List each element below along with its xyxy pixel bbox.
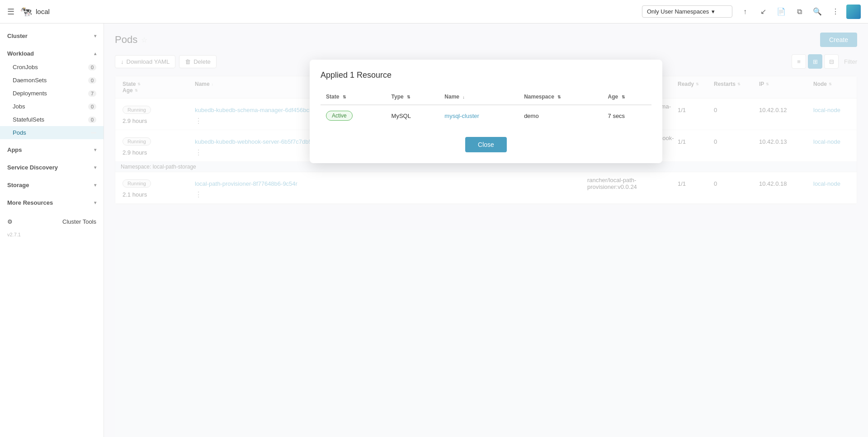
modal-col-type[interactable]: Type ⇅ bbox=[386, 89, 439, 105]
modal-row-state: Active bbox=[321, 105, 386, 126]
service-discovery-section: Service Discovery ▾ bbox=[0, 159, 104, 176]
upload-icon[interactable]: ↑ bbox=[738, 5, 752, 19]
modal-overlay: Applied 1 Resource State ⇅ Type ⇅ Name ↓… bbox=[104, 23, 868, 437]
more-resources-section: More Resources ▾ bbox=[0, 194, 104, 211]
apps-header[interactable]: Apps ▾ bbox=[0, 143, 104, 157]
modal-col-namespace[interactable]: Namespace ⇅ bbox=[519, 89, 602, 105]
service-discovery-header[interactable]: Service Discovery ▾ bbox=[0, 160, 104, 174]
more-resources-header[interactable]: More Resources ▾ bbox=[0, 196, 104, 210]
jobs-label: Jobs bbox=[13, 103, 25, 110]
app-name: local bbox=[36, 8, 50, 15]
modal-row-name: mysql-cluster bbox=[439, 105, 519, 126]
sidebar-item-cronjobs[interactable]: CronJobs 0 bbox=[0, 61, 104, 74]
modal-table: State ⇅ Type ⇅ Name ↓ Namespace ⇅ Age ⇅ … bbox=[321, 89, 651, 126]
more-resources-label: More Resources bbox=[7, 199, 53, 206]
workload-label: Workload bbox=[7, 50, 34, 57]
daemonsets-count: 0 bbox=[88, 77, 96, 84]
deployments-label: Deployments bbox=[13, 90, 47, 97]
modal-table-row: Active MySQL mysql-cluster demo 7 secs bbox=[321, 105, 651, 126]
deployments-count: 7 bbox=[88, 90, 96, 97]
close-button[interactable]: Close bbox=[465, 137, 507, 152]
namespace-selector[interactable]: Only User Namespaces ▾ bbox=[642, 5, 732, 18]
modal-row-namespace: demo bbox=[519, 105, 602, 126]
apps-chevron: ▾ bbox=[94, 147, 96, 152]
jobs-count: 0 bbox=[88, 103, 96, 110]
cluster-section: Cluster ▾ bbox=[0, 27, 104, 45]
workload-section: Workload ▴ CronJobs 0 DaemonSets 0 Deplo… bbox=[0, 45, 104, 141]
statefulsets-count: 0 bbox=[88, 117, 96, 123]
modal-row-type: MySQL bbox=[386, 105, 439, 126]
sidebar-item-deployments[interactable]: Deployments 7 bbox=[0, 87, 104, 100]
active-status-badge: Active bbox=[326, 111, 353, 121]
cluster-label: Cluster bbox=[7, 33, 28, 39]
applied-resources-modal: Applied 1 Resource State ⇅ Type ⇅ Name ↓… bbox=[310, 60, 662, 163]
search-icon[interactable]: 🔍 bbox=[810, 5, 825, 19]
cluster-header[interactable]: Cluster ▾ bbox=[0, 29, 104, 43]
resource-name-link[interactable]: mysql-cluster bbox=[444, 113, 479, 119]
cronjobs-count: 0 bbox=[88, 64, 96, 70]
main-area: Cluster ▾ Workload ▴ CronJobs 0 DaemonSe… bbox=[0, 23, 868, 437]
top-bar: ☰ 🐄 local Only User Namespaces ▾ ↑ ↙ 📄 ⧉… bbox=[0, 0, 868, 23]
apps-section: Apps ▾ bbox=[0, 141, 104, 159]
more-options-icon[interactable]: ⋮ bbox=[828, 5, 843, 19]
modal-col-name[interactable]: Name ↓ bbox=[439, 89, 519, 105]
sidebar-item-cluster-tools[interactable]: ⚙ Cluster Tools bbox=[0, 215, 104, 228]
logo-icon: 🐄 bbox=[20, 6, 32, 18]
sidebar-item-statefulsets[interactable]: StatefulSets 0 bbox=[0, 113, 104, 126]
cluster-chevron: ▾ bbox=[94, 33, 96, 38]
service-discovery-chevron: ▾ bbox=[94, 165, 96, 170]
modal-title: Applied 1 Resource bbox=[321, 70, 651, 80]
gear-icon: ⚙ bbox=[7, 218, 13, 225]
workload-chevron: ▴ bbox=[94, 51, 96, 56]
cluster-tools-label: Cluster Tools bbox=[62, 218, 96, 225]
modal-col-age[interactable]: Age ⇅ bbox=[603, 89, 651, 105]
copy-icon[interactable]: ⧉ bbox=[792, 5, 807, 19]
sidebar-item-pods[interactable]: Pods bbox=[0, 126, 104, 139]
import-icon[interactable]: ↙ bbox=[756, 5, 770, 19]
app-logo: 🐄 local bbox=[20, 6, 50, 18]
chevron-down-icon: ▾ bbox=[712, 8, 715, 15]
sidebar-item-jobs[interactable]: Jobs 0 bbox=[0, 100, 104, 113]
pods-label: Pods bbox=[13, 129, 26, 136]
modal-col-state[interactable]: State ⇅ bbox=[321, 89, 386, 105]
statefulsets-label: StatefulSets bbox=[13, 116, 44, 123]
content-area: Pods ☆ Create ↓ Download YAML 🗑 Delete bbox=[104, 23, 868, 437]
avatar[interactable] bbox=[846, 5, 861, 19]
sidebar-item-daemonsets[interactable]: DaemonSets 0 bbox=[0, 74, 104, 87]
service-discovery-label: Service Discovery bbox=[7, 164, 58, 171]
cronjobs-label: CronJobs bbox=[13, 64, 38, 70]
storage-label: Storage bbox=[7, 182, 29, 188]
storage-section: Storage ▾ bbox=[0, 176, 104, 194]
workload-header[interactable]: Workload ▴ bbox=[0, 47, 104, 61]
version-text: v2.7.1 bbox=[0, 228, 104, 241]
modal-row-age: 7 secs bbox=[603, 105, 651, 126]
namespace-value: Only User Namespaces bbox=[647, 8, 709, 15]
top-bar-icons: ↑ ↙ 📄 ⧉ 🔍 ⋮ bbox=[738, 5, 861, 19]
storage-chevron: ▾ bbox=[94, 183, 96, 188]
daemonsets-label: DaemonSets bbox=[13, 77, 47, 84]
pods-count bbox=[91, 132, 96, 133]
modal-footer: Close bbox=[321, 137, 651, 152]
file-icon[interactable]: 📄 bbox=[774, 5, 788, 19]
app-container: ☰ 🐄 local Only User Namespaces ▾ ↑ ↙ 📄 ⧉… bbox=[0, 0, 868, 437]
more-resources-chevron: ▾ bbox=[94, 200, 96, 205]
sidebar: Cluster ▾ Workload ▴ CronJobs 0 DaemonSe… bbox=[0, 23, 104, 437]
hamburger-icon[interactable]: ☰ bbox=[7, 7, 14, 17]
apps-label: Apps bbox=[7, 146, 22, 153]
storage-header[interactable]: Storage ▾ bbox=[0, 178, 104, 192]
